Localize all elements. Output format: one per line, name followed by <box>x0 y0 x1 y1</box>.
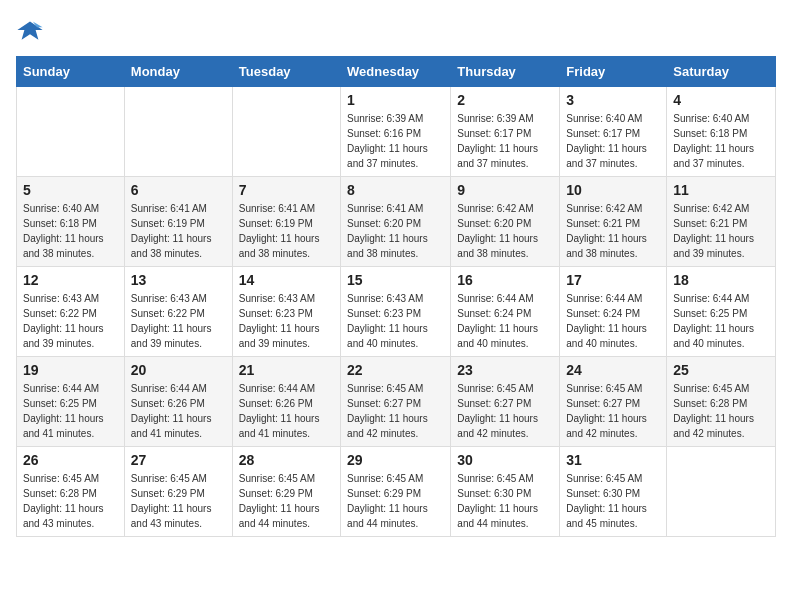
day-info: Sunrise: 6:44 AM Sunset: 6:26 PM Dayligh… <box>131 381 226 441</box>
day-info: Sunrise: 6:45 AM Sunset: 6:29 PM Dayligh… <box>347 471 444 531</box>
calendar-header-friday: Friday <box>560 57 667 87</box>
day-number: 31 <box>566 452 660 468</box>
day-info: Sunrise: 6:45 AM Sunset: 6:27 PM Dayligh… <box>347 381 444 441</box>
calendar-header-thursday: Thursday <box>451 57 560 87</box>
day-info: Sunrise: 6:42 AM Sunset: 6:21 PM Dayligh… <box>673 201 769 261</box>
day-number: 15 <box>347 272 444 288</box>
day-number: 3 <box>566 92 660 108</box>
day-info: Sunrise: 6:42 AM Sunset: 6:20 PM Dayligh… <box>457 201 553 261</box>
calendar-header-sunday: Sunday <box>17 57 125 87</box>
day-info: Sunrise: 6:41 AM Sunset: 6:20 PM Dayligh… <box>347 201 444 261</box>
calendar-cell: 30Sunrise: 6:45 AM Sunset: 6:30 PM Dayli… <box>451 447 560 537</box>
day-info: Sunrise: 6:43 AM Sunset: 6:23 PM Dayligh… <box>239 291 334 351</box>
calendar-cell: 14Sunrise: 6:43 AM Sunset: 6:23 PM Dayli… <box>232 267 340 357</box>
day-info: Sunrise: 6:44 AM Sunset: 6:24 PM Dayligh… <box>566 291 660 351</box>
calendar-cell: 19Sunrise: 6:44 AM Sunset: 6:25 PM Dayli… <box>17 357 125 447</box>
calendar-cell: 20Sunrise: 6:44 AM Sunset: 6:26 PM Dayli… <box>124 357 232 447</box>
day-info: Sunrise: 6:45 AM Sunset: 6:27 PM Dayligh… <box>457 381 553 441</box>
calendar-cell <box>232 87 340 177</box>
calendar-cell: 17Sunrise: 6:44 AM Sunset: 6:24 PM Dayli… <box>560 267 667 357</box>
day-number: 25 <box>673 362 769 378</box>
day-number: 16 <box>457 272 553 288</box>
calendar-cell: 4Sunrise: 6:40 AM Sunset: 6:18 PM Daylig… <box>667 87 776 177</box>
calendar-cell: 8Sunrise: 6:41 AM Sunset: 6:20 PM Daylig… <box>341 177 451 267</box>
day-info: Sunrise: 6:43 AM Sunset: 6:22 PM Dayligh… <box>23 291 118 351</box>
day-number: 23 <box>457 362 553 378</box>
calendar-header-tuesday: Tuesday <box>232 57 340 87</box>
calendar-cell: 28Sunrise: 6:45 AM Sunset: 6:29 PM Dayli… <box>232 447 340 537</box>
day-info: Sunrise: 6:39 AM Sunset: 6:17 PM Dayligh… <box>457 111 553 171</box>
day-number: 2 <box>457 92 553 108</box>
header <box>16 16 776 44</box>
day-info: Sunrise: 6:44 AM Sunset: 6:26 PM Dayligh… <box>239 381 334 441</box>
day-number: 26 <box>23 452 118 468</box>
calendar-week-row: 12Sunrise: 6:43 AM Sunset: 6:22 PM Dayli… <box>17 267 776 357</box>
day-info: Sunrise: 6:41 AM Sunset: 6:19 PM Dayligh… <box>239 201 334 261</box>
day-info: Sunrise: 6:45 AM Sunset: 6:27 PM Dayligh… <box>566 381 660 441</box>
day-info: Sunrise: 6:40 AM Sunset: 6:18 PM Dayligh… <box>673 111 769 171</box>
day-info: Sunrise: 6:45 AM Sunset: 6:28 PM Dayligh… <box>23 471 118 531</box>
day-number: 18 <box>673 272 769 288</box>
day-number: 8 <box>347 182 444 198</box>
day-info: Sunrise: 6:45 AM Sunset: 6:30 PM Dayligh… <box>566 471 660 531</box>
day-number: 20 <box>131 362 226 378</box>
calendar-week-row: 26Sunrise: 6:45 AM Sunset: 6:28 PM Dayli… <box>17 447 776 537</box>
calendar-cell: 27Sunrise: 6:45 AM Sunset: 6:29 PM Dayli… <box>124 447 232 537</box>
calendar-header-wednesday: Wednesday <box>341 57 451 87</box>
calendar-cell: 13Sunrise: 6:43 AM Sunset: 6:22 PM Dayli… <box>124 267 232 357</box>
calendar-week-row: 1Sunrise: 6:39 AM Sunset: 6:16 PM Daylig… <box>17 87 776 177</box>
day-info: Sunrise: 6:45 AM Sunset: 6:28 PM Dayligh… <box>673 381 769 441</box>
calendar-cell: 22Sunrise: 6:45 AM Sunset: 6:27 PM Dayli… <box>341 357 451 447</box>
calendar-cell: 29Sunrise: 6:45 AM Sunset: 6:29 PM Dayli… <box>341 447 451 537</box>
calendar-cell: 2Sunrise: 6:39 AM Sunset: 6:17 PM Daylig… <box>451 87 560 177</box>
day-info: Sunrise: 6:40 AM Sunset: 6:18 PM Dayligh… <box>23 201 118 261</box>
day-info: Sunrise: 6:45 AM Sunset: 6:29 PM Dayligh… <box>131 471 226 531</box>
day-number: 19 <box>23 362 118 378</box>
calendar-header-saturday: Saturday <box>667 57 776 87</box>
day-number: 27 <box>131 452 226 468</box>
day-number: 1 <box>347 92 444 108</box>
day-number: 10 <box>566 182 660 198</box>
day-number: 28 <box>239 452 334 468</box>
day-number: 6 <box>131 182 226 198</box>
day-info: Sunrise: 6:39 AM Sunset: 6:16 PM Dayligh… <box>347 111 444 171</box>
day-info: Sunrise: 6:44 AM Sunset: 6:25 PM Dayligh… <box>23 381 118 441</box>
calendar-cell: 5Sunrise: 6:40 AM Sunset: 6:18 PM Daylig… <box>17 177 125 267</box>
calendar-cell: 1Sunrise: 6:39 AM Sunset: 6:16 PM Daylig… <box>341 87 451 177</box>
calendar-week-row: 19Sunrise: 6:44 AM Sunset: 6:25 PM Dayli… <box>17 357 776 447</box>
day-info: Sunrise: 6:41 AM Sunset: 6:19 PM Dayligh… <box>131 201 226 261</box>
calendar-cell: 21Sunrise: 6:44 AM Sunset: 6:26 PM Dayli… <box>232 357 340 447</box>
day-info: Sunrise: 6:44 AM Sunset: 6:24 PM Dayligh… <box>457 291 553 351</box>
day-info: Sunrise: 6:43 AM Sunset: 6:23 PM Dayligh… <box>347 291 444 351</box>
calendar-cell: 25Sunrise: 6:45 AM Sunset: 6:28 PM Dayli… <box>667 357 776 447</box>
logo-bird-icon <box>16 16 44 44</box>
calendar-cell: 9Sunrise: 6:42 AM Sunset: 6:20 PM Daylig… <box>451 177 560 267</box>
calendar-cell: 18Sunrise: 6:44 AM Sunset: 6:25 PM Dayli… <box>667 267 776 357</box>
day-number: 22 <box>347 362 444 378</box>
day-info: Sunrise: 6:40 AM Sunset: 6:17 PM Dayligh… <box>566 111 660 171</box>
svg-marker-0 <box>17 22 42 40</box>
calendar-week-row: 5Sunrise: 6:40 AM Sunset: 6:18 PM Daylig… <box>17 177 776 267</box>
day-number: 24 <box>566 362 660 378</box>
day-info: Sunrise: 6:45 AM Sunset: 6:30 PM Dayligh… <box>457 471 553 531</box>
day-info: Sunrise: 6:45 AM Sunset: 6:29 PM Dayligh… <box>239 471 334 531</box>
calendar-header-row: SundayMondayTuesdayWednesdayThursdayFrid… <box>17 57 776 87</box>
day-number: 5 <box>23 182 118 198</box>
calendar-cell: 26Sunrise: 6:45 AM Sunset: 6:28 PM Dayli… <box>17 447 125 537</box>
day-number: 13 <box>131 272 226 288</box>
calendar-cell: 24Sunrise: 6:45 AM Sunset: 6:27 PM Dayli… <box>560 357 667 447</box>
calendar-cell: 23Sunrise: 6:45 AM Sunset: 6:27 PM Dayli… <box>451 357 560 447</box>
calendar-cell: 31Sunrise: 6:45 AM Sunset: 6:30 PM Dayli… <box>560 447 667 537</box>
day-number: 4 <box>673 92 769 108</box>
calendar-cell <box>17 87 125 177</box>
calendar-cell: 12Sunrise: 6:43 AM Sunset: 6:22 PM Dayli… <box>17 267 125 357</box>
calendar-cell: 3Sunrise: 6:40 AM Sunset: 6:17 PM Daylig… <box>560 87 667 177</box>
calendar-cell <box>667 447 776 537</box>
day-info: Sunrise: 6:42 AM Sunset: 6:21 PM Dayligh… <box>566 201 660 261</box>
calendar-cell: 15Sunrise: 6:43 AM Sunset: 6:23 PM Dayli… <box>341 267 451 357</box>
logo <box>16 16 48 44</box>
calendar-cell <box>124 87 232 177</box>
day-number: 9 <box>457 182 553 198</box>
calendar-cell: 7Sunrise: 6:41 AM Sunset: 6:19 PM Daylig… <box>232 177 340 267</box>
day-number: 7 <box>239 182 334 198</box>
